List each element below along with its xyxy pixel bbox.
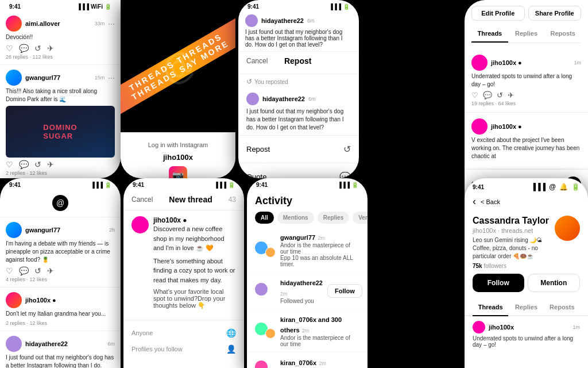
composer-cancel-button[interactable]: Cancel (131, 195, 153, 204)
act-sub-1: Epp 10 was an absolute ALL timer. (280, 255, 359, 267)
feed-item-2: gwangurl77 15m ··· This!!! Also taking a… (0, 65, 121, 178)
status-icons-7: ▐▐▐ 🔋 (338, 182, 358, 188)
share-icon-2[interactable]: ✈ (47, 160, 54, 169)
av-jiho2 (6, 292, 22, 308)
like-icon-2[interactable]: ♡ (6, 160, 13, 169)
profile-bio: Leo sun Gemini rising 🌙🌤 Coffee, pizza, … (473, 236, 555, 260)
audience-following[interactable]: Profiles you follow 👤 (131, 341, 236, 357)
edit-profile-button[interactable]: Edit Profile (471, 6, 525, 21)
battery-8: 🔋 (571, 183, 580, 191)
profile-tab-replies[interactable]: Replies (508, 299, 544, 316)
quote-option[interactable]: Quote 💬 (238, 163, 359, 178)
profile-tab-reposts[interactable]: Reposts (544, 299, 580, 316)
composer-thread-text[interactable]: Discovered a new coffee shop in my neigh… (153, 224, 236, 253)
profile-thread-preview: jiho100x 1m Underrated spots to unwind a… (465, 316, 588, 352)
comment-icon-t1[interactable]: 💬 (483, 91, 492, 99)
back-button[interactable]: ‹ (473, 195, 476, 208)
comment-icon[interactable]: 💬 (19, 44, 29, 53)
activity-info-3: kiran_0706x and 300 others 2m Andor is t… (280, 314, 359, 347)
like-icon-t1[interactable]: ♡ (471, 91, 478, 99)
repost-option[interactable]: Repost ↺ (238, 136, 359, 163)
time-aimi: 33m (95, 21, 105, 26)
back-label[interactable]: < Back (481, 198, 500, 205)
profile-tab-threads[interactable]: Threads (473, 299, 508, 316)
tab-replies[interactable]: Replies (508, 25, 545, 43)
avatar-aimi (6, 16, 22, 32)
share-profile-button[interactable]: Share Profile (528, 6, 582, 21)
activity-tab-mentions[interactable]: Mentions (277, 212, 314, 224)
comment-icon-2[interactable]: 💬 (19, 160, 29, 169)
thread-text-1: Underrated spots to unwind after a long … (471, 72, 581, 89)
tab-reposts[interactable]: Reposts (544, 25, 581, 43)
activity-info-1: gwangurl77 2m Andor is the masterpiece o… (280, 232, 359, 267)
mention-button-8[interactable]: Mention (528, 274, 581, 292)
username-aimi: aimi.allover (25, 20, 91, 27)
stats-gwang: 2 replies · 12 likes (6, 170, 115, 176)
repost-label: Repost (246, 145, 270, 154)
composer-char-count: 43 (229, 195, 236, 204)
quote-icon: 💬 (339, 171, 351, 178)
composer-header: Cancel New thread 43 (123, 189, 244, 210)
threads-app-header: @ (0, 189, 121, 217)
instagram-button[interactable]: 📷 (169, 166, 187, 178)
composer-thread-text2[interactable]: There's something about finding a cozy s… (153, 256, 236, 285)
cancel-button[interactable]: Cancel (246, 57, 268, 65)
time-gwang: 15m (95, 75, 105, 80)
status-time-3: 9:41 (247, 3, 259, 10)
follow-button-8[interactable]: Follow (473, 274, 524, 292)
status-time-6: 9:41 (133, 182, 144, 188)
phone-repost-dialog: 9:41 ▐▐▐ 🔋 hidayathere22 6m I just found… (238, 0, 359, 178)
like-icon[interactable]: ♡ (6, 44, 13, 53)
like-5-1[interactable]: ♡ (6, 266, 13, 275)
act-avatar-2a (255, 283, 268, 296)
audience-anyone[interactable]: Anyone 🌐 (131, 325, 236, 341)
repost-icon-2[interactable]: ↺ (34, 160, 41, 169)
status-bar-5: 9:41 ▐▐▐ 🔋 (0, 178, 121, 189)
status-time-8: 9:41 (473, 184, 484, 190)
repost-icon-t1[interactable]: ↺ (497, 91, 503, 99)
status-bar-6: 9:41 ▐▐▐ 🔋 (123, 178, 244, 189)
more-icon-2[interactable]: ··· (108, 73, 115, 82)
profile-nav: ‹ < Back (465, 193, 588, 212)
repost-preview: hidayathere22 6m I just found out that m… (238, 89, 359, 136)
composer-username: jiho100x ● (153, 216, 236, 224)
composer-question[interactable]: What's your favorite local spot to unwin… (153, 288, 236, 309)
comment-5-1[interactable]: 💬 (19, 266, 29, 275)
tab-threads[interactable]: Threads (471, 25, 508, 43)
avatar-gwang (6, 70, 22, 86)
p8t-time: 1m (572, 324, 580, 330)
status-time-7: 9:41 (256, 182, 268, 188)
share-5-1[interactable]: ✈ (47, 266, 54, 275)
threads-logo-background: THREADS THREADS THREADS SAY MORE @ (121, 0, 235, 132)
follow-button[interactable]: Follow (327, 284, 362, 298)
activity-item-4: kiran_0706x 2m Andor is the masterpiece … (247, 352, 368, 368)
profile-info-8: Cassandra Taylor jiho100x · threads.net … (473, 216, 555, 269)
threads-item-2: jiho100x ● Don't let my Italian grandma … (0, 288, 121, 331)
login-with-text: Log in with Instagram (130, 141, 226, 148)
top-preview-text: I just found out that my neighbor's dog … (245, 29, 352, 48)
status-icons-8: ▐▐▐ @ 🔔 🔋 (531, 183, 580, 191)
status-bar-3: 9:41 ▐▐▐ 🔋 (238, 0, 359, 11)
p8t-username: jiho100x (489, 324, 569, 331)
wifi-icon: WiFi (91, 3, 103, 10)
text-aimi: Devoción!! (6, 33, 115, 41)
phone-profile: 9:41 ▐▐▐ @ 🔔 🔋 ‹ < Back Cassandra Taylor… (465, 178, 588, 368)
activity-tab-replies[interactable]: Replies (318, 212, 350, 224)
repost-text: I just found out that my neighbor's dog … (246, 108, 351, 132)
more-icon[interactable]: ··· (108, 19, 115, 28)
t-hida: 6m (107, 341, 115, 347)
signal-7: ▐▐▐ (338, 182, 350, 188)
act-action-2: Followed you (280, 298, 323, 304)
share-icon-t1[interactable]: ✈ (508, 91, 514, 99)
composer-body: jiho100x ● Discovered a new coffee shop … (123, 210, 244, 320)
profile-thread-2: jiho100x ● V excited about the project I… (465, 113, 588, 169)
thread-username-1: jiho100x ● (491, 59, 570, 66)
repost-icon[interactable]: ↺ (34, 44, 41, 53)
activity-tab-verified[interactable]: Verif (353, 212, 368, 224)
repost-5-1[interactable]: ↺ (34, 266, 41, 275)
share-icon[interactable]: ✈ (47, 44, 54, 53)
login-username[interactable]: jiho100x (130, 153, 226, 162)
activity-tab-all[interactable]: All (255, 212, 274, 224)
activity-info-2: hidayathere22 2m Followed you (280, 277, 323, 304)
composer-footer: Anyone 🌐 Profiles you follow 👤 (123, 320, 244, 362)
